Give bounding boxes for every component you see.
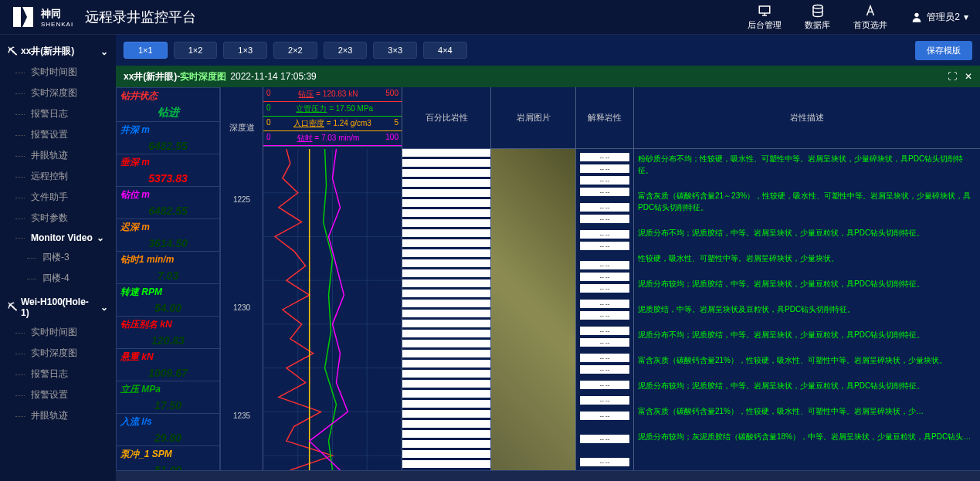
param-value: 54.00 <box>117 300 219 316</box>
param-label: 钻位 m <box>117 187 219 203</box>
interp-mark: -- -- <box>580 261 629 269</box>
chevron-down-icon: ⌄ <box>100 46 108 57</box>
interp-mark: -- -- <box>580 242 629 250</box>
brand-sub: SHENKAI <box>41 21 73 28</box>
lithology-description: 粉砂质分布不均；性较硬，吸水性、可塑性中等。岩屑呈块状，少量碎块状，具PDC钻头… <box>638 153 976 176</box>
lithology-strip[interactable] <box>402 149 490 470</box>
tree-item[interactable]: 实时时间图 <box>0 322 116 343</box>
lithology-description: 泥质分布较均；灰泥质胶结（碳酸钙含量18%），中等。岩屑呈块状，少量豆粒状，具P… <box>638 431 976 442</box>
app-title: 远程录井监控平台 <box>85 8 196 26</box>
param-value: 7.03 <box>117 268 219 283</box>
param-row: 钻时1 min/m7.03 <box>116 251 220 283</box>
cuttings-image[interactable] <box>491 149 575 470</box>
interp-mark: -- -- <box>580 300 629 308</box>
tree-item[interactable]: 四楼-4 <box>0 268 116 289</box>
tree-item[interactable]: 实时深度图 <box>0 83 116 103</box>
layout-button[interactable]: 1×2 <box>174 42 218 59</box>
interp-mark: -- -- <box>580 396 629 405</box>
monitor-icon <box>758 4 771 18</box>
lithology-description: 富含灰质（碳酸钙含量21%），性较硬，吸水性、可塑性中等。岩屑呈碎块状，少… <box>638 405 976 417</box>
tree-item[interactable]: Monitor Video ⌄ <box>0 229 116 247</box>
tree-item[interactable]: 文件助手 <box>0 187 116 208</box>
tree-item[interactable]: 报警日志 <box>0 364 116 384</box>
tree-item[interactable]: 报警日志 <box>0 103 116 124</box>
layout-button[interactable]: 1×3 <box>223 42 267 59</box>
tree-item[interactable]: 远程控制 <box>0 166 116 187</box>
tree-item[interactable]: 四楼-3 <box>0 247 116 268</box>
param-label: 垂深 m <box>117 154 219 171</box>
layout-button[interactable]: 4×4 <box>423 42 467 59</box>
expand-icon[interactable]: ⛶ <box>948 71 957 82</box>
lithology-description: 性较硬，吸水性、可塑性中等。岩屑呈碎块状，少量块状。 <box>638 252 976 264</box>
param-label: 悬重 kN <box>117 349 219 365</box>
interp-mark: -- -- <box>580 164 629 173</box>
chevron-down-icon: ⌄ <box>97 232 104 243</box>
layout-button[interactable]: 2×2 <box>273 42 317 59</box>
horizontal-scrollbar[interactable] <box>116 470 980 481</box>
layout-button[interactable]: 2×3 <box>324 42 368 59</box>
interp-mark: -- -- <box>580 273 629 281</box>
cuttings-image-track: 岩屑图片 <box>491 87 576 470</box>
lithology-pct-track: 百分比岩性 <box>402 87 491 470</box>
curve-plot[interactable] <box>263 149 402 470</box>
derrick-icon: ⛏ <box>8 302 17 313</box>
panel-well: xx井(新井眼)- <box>124 71 180 82</box>
param-value: 29.80 <box>117 430 219 445</box>
logo-icon <box>12 5 35 29</box>
curves-track: 0钻压 = 120.83 kN5000立管压力 = 17.50 MPa0入口密度… <box>263 87 402 470</box>
depth-tick: 1230 <box>233 303 250 312</box>
interp-mark: -- -- <box>580 354 629 362</box>
panel-type: 实时深度图 <box>180 71 226 82</box>
tree-well-2[interactable]: ⛏Wei-H100(Hole-1)⌄ <box>0 293 116 322</box>
well-icon <box>863 4 877 18</box>
tree-item[interactable]: 井眼轨迹 <box>0 405 116 426</box>
save-template-button[interactable]: 保存模版 <box>915 41 972 60</box>
param-row: 转速 RPM54.00 <box>116 283 220 316</box>
param-row: 泵冲_1 SPM51.00 <box>116 445 220 470</box>
interp-mark: -- -- <box>580 153 629 161</box>
nav-admin[interactable]: 后台管理 <box>748 4 782 31</box>
nav-database[interactable]: 数据库 <box>805 4 830 31</box>
user-menu[interactable]: 管理员2▾ <box>910 11 968 24</box>
nav-home-well[interactable]: 首页选井 <box>853 4 887 31</box>
tree-well-1[interactable]: ⛏xx井(新井眼)⌄ <box>0 41 116 62</box>
param-label: 井深 m <box>117 122 219 138</box>
derrick-icon: ⛏ <box>8 46 17 57</box>
curve-header-row: 0入口密度 = 1.24 g/cm35 <box>263 117 402 131</box>
interp-mark: -- -- <box>580 412 629 420</box>
interp-mark: -- -- <box>580 435 629 443</box>
interp-mark: -- -- <box>580 365 629 374</box>
param-label: 转速 RPM <box>117 284 219 300</box>
layout-button[interactable]: 3×3 <box>373 42 417 59</box>
param-row: 立压 MPa17.50 <box>116 381 220 413</box>
layout-button[interactable]: 1×1 <box>124 42 168 59</box>
tree-item[interactable]: 实时深度图 <box>0 343 116 364</box>
param-row: 井深 m6482.55 <box>116 121 220 154</box>
param-label: 泵冲_1 SPM <box>117 446 219 462</box>
chart-panel-header: xx井(新井眼)-实时深度图 2022-11-14 17:05:39 ⛶✕ <box>116 66 980 87</box>
svg-rect-0 <box>13 7 21 27</box>
interp-mark: -- -- <box>580 381 629 389</box>
param-row: 钻压别名 kN120.83 <box>116 316 220 348</box>
param-row: 钻位 m6482.55 <box>116 186 220 218</box>
close-icon[interactable]: ✕ <box>965 71 972 82</box>
depth-tick: 1225 <box>233 195 250 204</box>
depth-track-label: 深度道 <box>221 87 263 168</box>
tree-item[interactable]: 报警设置 <box>0 384 116 405</box>
tree-item[interactable]: 实时参数 <box>0 208 116 229</box>
well-tree-sidebar: ⛏xx井(新井眼)⌄ 实时时间图实时深度图报警日志报警设置井眼轨迹远程控制文件助… <box>0 35 116 481</box>
param-value: 120.83 <box>117 333 219 348</box>
curve-header-row: 0钻时 = 7.03 min/m100 <box>263 131 402 146</box>
param-label: 钻时1 min/m <box>117 252 219 268</box>
param-row: 迟深 m3614.50 <box>116 218 220 251</box>
panel-timestamp: 2022-11-14 17:05:39 <box>230 71 316 82</box>
svg-point-4 <box>813 5 822 8</box>
tree-item[interactable]: 实时时间图 <box>0 62 116 83</box>
tree-item[interactable]: 井眼轨迹 <box>0 145 116 166</box>
param-value: 17.50 <box>117 398 219 413</box>
user-name: 管理员2 <box>927 11 960 24</box>
tree-item[interactable]: 报警设置 <box>0 124 116 145</box>
lithology-description: 富含灰质（碳酸钙含量21%），性较硬，吸水性、可塑性中等。岩屑呈碎块状，少量块状… <box>638 354 976 366</box>
curve-header-row: 0立管压力 = 17.50 MPa <box>263 102 402 117</box>
depth-track: 深度道 1225 1230 1235 <box>221 87 263 470</box>
